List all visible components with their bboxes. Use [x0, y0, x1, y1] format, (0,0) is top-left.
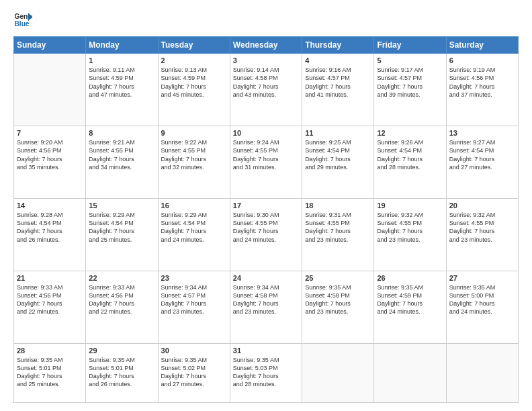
- calendar-cell: 19Sunrise: 9:32 AM Sunset: 4:55 PM Dayli…: [374, 198, 446, 271]
- calendar-cell: 31Sunrise: 9:35 AM Sunset: 5:03 PM Dayli…: [230, 343, 302, 402]
- week-row-1: 1Sunrise: 9:11 AM Sunset: 4:59 PM Daylig…: [14, 54, 519, 126]
- calendar-cell: 1Sunrise: 9:11 AM Sunset: 4:59 PM Daylig…: [86, 54, 158, 126]
- day-info: Sunrise: 9:29 AM Sunset: 4:54 PM Dayligh…: [89, 211, 154, 244]
- day-number: 29: [89, 346, 154, 355]
- day-number: 11: [305, 128, 371, 138]
- day-info: Sunrise: 9:35 AM Sunset: 5:02 PM Dayligh…: [161, 356, 227, 389]
- day-info: Sunrise: 9:25 AM Sunset: 4:54 PM Dayligh…: [305, 138, 371, 171]
- day-info: Sunrise: 9:24 AM Sunset: 4:55 PM Dayligh…: [233, 138, 299, 171]
- day-info: Sunrise: 9:35 AM Sunset: 5:00 PM Dayligh…: [449, 283, 515, 316]
- weekday-header-thursday: Thursday: [302, 37, 374, 54]
- day-number: 16: [161, 201, 227, 210]
- day-info: Sunrise: 9:30 AM Sunset: 4:55 PM Dayligh…: [233, 211, 299, 244]
- calendar-cell: 26Sunrise: 9:35 AM Sunset: 4:59 PM Dayli…: [374, 271, 446, 343]
- calendar-table: SundayMondayTuesdayWednesdayThursdayFrid…: [13, 36, 519, 403]
- calendar-cell: 22Sunrise: 9:33 AM Sunset: 4:56 PM Dayli…: [86, 271, 158, 343]
- day-number: 5: [377, 56, 443, 65]
- day-info: Sunrise: 9:26 AM Sunset: 4:54 PM Dayligh…: [377, 138, 443, 171]
- weekday-header-saturday: Saturday: [446, 37, 518, 54]
- calendar-cell: 5Sunrise: 9:17 AM Sunset: 4:57 PM Daylig…: [374, 54, 446, 126]
- day-info: Sunrise: 9:29 AM Sunset: 4:54 PM Dayligh…: [161, 211, 227, 244]
- calendar-cell: 2Sunrise: 9:13 AM Sunset: 4:59 PM Daylig…: [158, 54, 230, 126]
- day-number: 14: [17, 201, 83, 210]
- day-info: Sunrise: 9:35 AM Sunset: 5:01 PM Dayligh…: [17, 356, 83, 389]
- day-info: Sunrise: 9:31 AM Sunset: 4:55 PM Dayligh…: [305, 211, 371, 244]
- logo: General Blue: [13, 11, 35, 30]
- day-info: Sunrise: 9:35 AM Sunset: 4:59 PM Dayligh…: [377, 283, 443, 316]
- weekday-header-sunday: Sunday: [14, 37, 86, 54]
- day-info: Sunrise: 9:16 AM Sunset: 4:57 PM Dayligh…: [305, 66, 371, 99]
- day-info: Sunrise: 9:13 AM Sunset: 4:59 PM Dayligh…: [161, 66, 227, 99]
- day-number: 12: [377, 128, 443, 138]
- calendar-cell: 15Sunrise: 9:29 AM Sunset: 4:54 PM Dayli…: [86, 198, 158, 271]
- calendar-cell: 6Sunrise: 9:19 AM Sunset: 4:56 PM Daylig…: [446, 54, 518, 126]
- weekday-header-tuesday: Tuesday: [158, 37, 230, 54]
- calendar-cell: 23Sunrise: 9:34 AM Sunset: 4:57 PM Dayli…: [158, 271, 230, 343]
- day-number: 15: [89, 201, 154, 210]
- day-number: 13: [449, 128, 515, 138]
- day-info: Sunrise: 9:34 AM Sunset: 4:58 PM Dayligh…: [233, 283, 299, 316]
- weekday-header-friday: Friday: [374, 37, 446, 54]
- day-number: 18: [305, 201, 371, 210]
- calendar-cell: 25Sunrise: 9:35 AM Sunset: 4:58 PM Dayli…: [302, 271, 374, 343]
- weekday-header-wednesday: Wednesday: [230, 37, 302, 54]
- day-number: 28: [17, 346, 83, 355]
- day-info: Sunrise: 9:22 AM Sunset: 4:55 PM Dayligh…: [161, 138, 227, 171]
- day-number: 23: [161, 273, 227, 283]
- day-number: 8: [89, 128, 154, 138]
- day-number: 1: [89, 56, 154, 65]
- day-number: 3: [233, 56, 299, 65]
- day-info: Sunrise: 9:14 AM Sunset: 4:58 PM Dayligh…: [233, 66, 299, 99]
- day-number: 4: [305, 56, 371, 65]
- weekday-header-monday: Monday: [86, 37, 158, 54]
- day-number: 2: [161, 56, 227, 65]
- week-row-2: 7Sunrise: 9:20 AM Sunset: 4:56 PM Daylig…: [14, 126, 519, 198]
- calendar-cell: 17Sunrise: 9:30 AM Sunset: 4:55 PM Dayli…: [230, 198, 302, 271]
- calendar-cell: 13Sunrise: 9:27 AM Sunset: 4:54 PM Dayli…: [446, 126, 518, 198]
- day-number: 17: [233, 201, 299, 210]
- day-info: Sunrise: 9:21 AM Sunset: 4:55 PM Dayligh…: [89, 138, 154, 171]
- logo-icon: General Blue: [13, 11, 32, 30]
- day-number: 31: [233, 346, 299, 355]
- day-number: 30: [161, 346, 227, 355]
- calendar-cell: 8Sunrise: 9:21 AM Sunset: 4:55 PM Daylig…: [86, 126, 158, 198]
- day-number: 7: [17, 128, 83, 138]
- calendar-cell: 21Sunrise: 9:33 AM Sunset: 4:56 PM Dayli…: [14, 271, 86, 343]
- day-info: Sunrise: 9:20 AM Sunset: 4:56 PM Dayligh…: [17, 138, 83, 171]
- calendar-cell: [446, 343, 518, 402]
- day-info: Sunrise: 9:32 AM Sunset: 4:55 PM Dayligh…: [449, 211, 515, 244]
- calendar-cell: 30Sunrise: 9:35 AM Sunset: 5:02 PM Dayli…: [158, 343, 230, 402]
- day-info: Sunrise: 9:35 AM Sunset: 5:01 PM Dayligh…: [89, 356, 154, 389]
- calendar-cell: 16Sunrise: 9:29 AM Sunset: 4:54 PM Dayli…: [158, 198, 230, 271]
- day-number: 25: [305, 273, 371, 283]
- day-number: 6: [449, 56, 515, 65]
- calendar-cell: 20Sunrise: 9:32 AM Sunset: 4:55 PM Dayli…: [446, 198, 518, 271]
- day-info: Sunrise: 9:17 AM Sunset: 4:57 PM Dayligh…: [377, 66, 443, 99]
- day-info: Sunrise: 9:11 AM Sunset: 4:59 PM Dayligh…: [89, 66, 154, 99]
- calendar-cell: 24Sunrise: 9:34 AM Sunset: 4:58 PM Dayli…: [230, 271, 302, 343]
- day-number: 27: [449, 273, 515, 283]
- calendar-cell: 9Sunrise: 9:22 AM Sunset: 4:55 PM Daylig…: [158, 126, 230, 198]
- day-number: 24: [233, 273, 299, 283]
- day-number: 22: [89, 273, 154, 283]
- day-info: Sunrise: 9:19 AM Sunset: 4:56 PM Dayligh…: [449, 66, 515, 99]
- week-row-5: 28Sunrise: 9:35 AM Sunset: 5:01 PM Dayli…: [14, 343, 519, 402]
- calendar-cell: [374, 343, 446, 402]
- day-number: 26: [377, 273, 443, 283]
- day-info: Sunrise: 9:33 AM Sunset: 4:56 PM Dayligh…: [17, 283, 83, 316]
- day-info: Sunrise: 9:34 AM Sunset: 4:57 PM Dayligh…: [161, 283, 227, 316]
- day-info: Sunrise: 9:28 AM Sunset: 4:54 PM Dayligh…: [17, 211, 83, 244]
- calendar-cell: [14, 54, 86, 126]
- day-info: Sunrise: 9:32 AM Sunset: 4:55 PM Dayligh…: [377, 211, 443, 244]
- calendar-cell: 12Sunrise: 9:26 AM Sunset: 4:54 PM Dayli…: [374, 126, 446, 198]
- day-number: 9: [161, 128, 227, 138]
- week-row-4: 21Sunrise: 9:33 AM Sunset: 4:56 PM Dayli…: [14, 271, 519, 343]
- calendar-cell: 10Sunrise: 9:24 AM Sunset: 4:55 PM Dayli…: [230, 126, 302, 198]
- calendar-cell: 7Sunrise: 9:20 AM Sunset: 4:56 PM Daylig…: [14, 126, 86, 198]
- calendar-cell: 28Sunrise: 9:35 AM Sunset: 5:01 PM Dayli…: [14, 343, 86, 402]
- calendar-cell: [302, 343, 374, 402]
- week-row-3: 14Sunrise: 9:28 AM Sunset: 4:54 PM Dayli…: [14, 198, 519, 271]
- page-header: General Blue: [13, 11, 519, 30]
- day-number: 21: [17, 273, 83, 283]
- calendar-cell: 18Sunrise: 9:31 AM Sunset: 4:55 PM Dayli…: [302, 198, 374, 271]
